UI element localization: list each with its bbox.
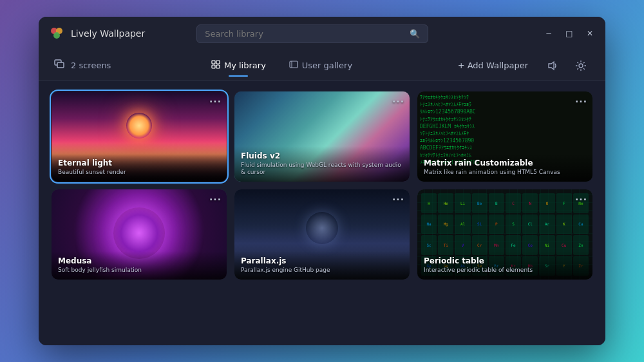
periodic-element: Ca — [573, 214, 589, 234]
title-bar: Lively Wallpaper 🔍 ─ □ ✕ — [39, 17, 605, 50]
wallpaper-grid: Eternal light Beautiful sunset render ··… — [52, 91, 592, 280]
card-title-parallax: Parallax.js — [241, 256, 403, 265]
periodic-element: K — [556, 214, 572, 234]
periodic-element: Cl — [522, 214, 538, 234]
screens-icon — [54, 59, 66, 72]
settings-button[interactable] — [572, 57, 590, 75]
card-desc-periodic: Interactive periodic table of elements — [424, 267, 586, 274]
content-area: Eternal light Beautiful sunset render ··… — [39, 81, 605, 345]
svg-point-2 — [53, 32, 60, 39]
wallpaper-card-eternal-light[interactable]: Eternal light Beautiful sunset render ··… — [52, 91, 227, 182]
wallpaper-card-parallax[interactable]: Parallax.js Parallax.js engine GitHub pa… — [234, 189, 410, 280]
svg-rect-8 — [216, 65, 220, 68]
card-desc-matrix: Matrix like rain animation using HTML5 C… — [424, 169, 586, 176]
search-bar[interactable]: 🔍 — [196, 24, 428, 43]
card-menu-medusa[interactable]: ··· — [209, 195, 222, 205]
periodic-element: B — [489, 193, 504, 213]
sunset-sun — [126, 113, 152, 138]
periodic-element: Li — [455, 193, 470, 213]
svg-rect-6 — [216, 61, 220, 64]
periodic-element: H — [421, 193, 437, 213]
card-desc-eternal-light: Beautiful sunset render — [58, 169, 220, 176]
window-controls: ─ □ ✕ — [544, 30, 595, 37]
card-desc-medusa: Soft body jellyfish simulation — [58, 267, 220, 274]
close-button[interactable]: ✕ — [585, 30, 595, 37]
card-title-eternal-light: Eternal light — [58, 158, 220, 167]
card-info-parallax: Parallax.js Parallax.js engine GitHub pa… — [234, 251, 410, 280]
svg-rect-4 — [57, 62, 64, 68]
card-title-matrix: Matrix rain Customizable — [424, 158, 586, 167]
screens-indicator: 2 screens — [54, 59, 111, 72]
tab-my-library[interactable]: My library — [201, 55, 276, 76]
card-menu-periodic[interactable]: ··· — [575, 195, 587, 205]
card-menu-eternal-light[interactable]: ··· — [209, 97, 222, 107]
card-info-matrix: Matrix rain Customizable Matrix like rai… — [417, 153, 592, 182]
svg-rect-7 — [212, 65, 215, 68]
periodic-element: Si — [472, 214, 488, 234]
volume-button[interactable] — [544, 57, 562, 75]
app-title: Lively Wallpaper — [71, 28, 145, 39]
add-wallpaper-button[interactable]: + Add Wallpaper — [453, 58, 533, 73]
periodic-element: Ar — [539, 214, 554, 234]
card-info-eternal-light: Eternal light Beautiful sunset render — [52, 153, 227, 182]
svg-rect-9 — [290, 61, 298, 68]
card-info-medusa: Medusa Soft body jellyfish simulation — [52, 251, 227, 280]
tab-user-gallery-label: User gallery — [302, 61, 352, 70]
periodic-element: C — [506, 193, 521, 213]
search-input[interactable] — [205, 29, 404, 39]
periodic-element: He — [438, 193, 453, 213]
wallpaper-card-periodic[interactable]: HHeLiBeBCNOFNeNaMgAlSiPSClArKCaScTiVCrMn… — [417, 189, 592, 280]
periodic-element: O — [539, 193, 554, 213]
maximize-button[interactable]: □ — [564, 30, 574, 37]
svg-marker-11 — [549, 62, 554, 70]
my-library-icon — [211, 60, 220, 71]
svg-point-12 — [579, 64, 583, 68]
card-desc-parallax: Parallax.js engine GitHub page — [241, 267, 403, 274]
periodic-element: Mg — [438, 214, 453, 234]
search-icon: 🔍 — [410, 29, 420, 39]
periodic-element: S — [506, 214, 521, 234]
minimize-button[interactable]: ─ — [544, 30, 554, 37]
card-menu-fluids[interactable]: ··· — [392, 97, 404, 107]
tab-my-library-label: My library — [224, 61, 266, 70]
nav-actions: + Add Wallpaper — [453, 57, 590, 75]
screens-label: 2 screens — [71, 61, 111, 70]
periodic-element: F — [556, 193, 572, 213]
card-info-fluids: Fluids v2 Fluid simulation using WebGL r… — [234, 146, 410, 182]
card-menu-parallax[interactable]: ··· — [392, 195, 404, 205]
wallpaper-card-fluids[interactable]: Fluids v2 Fluid simulation using WebGL r… — [234, 91, 410, 182]
periodic-element: P — [489, 214, 504, 234]
wallpaper-card-matrix[interactable]: ｦｱｳｴｵｶｷｸｹｺｻｼｽｾｿﾀﾁﾂﾃﾄﾅﾆﾇﾈﾉﾊﾋﾌﾍﾎﾏﾐﾑﾒﾓﾔﾕﾖﾗﾘ… — [417, 91, 592, 182]
periodic-element: Al — [455, 214, 470, 234]
card-title-periodic: Periodic table — [424, 256, 586, 265]
card-title-medusa: Medusa — [58, 256, 220, 265]
periodic-element: Be — [472, 193, 488, 213]
app-logo-icon — [49, 26, 64, 41]
card-title-fluids: Fluids v2 — [241, 151, 403, 160]
nav-bar: 2 screens My library — [39, 50, 605, 81]
user-gallery-icon — [289, 60, 298, 71]
nav-tabs: My library User gallery — [201, 55, 363, 76]
periodic-element: N — [522, 193, 538, 213]
card-desc-fluids: Fluid simulation using WebGL reacts with… — [241, 162, 403, 176]
card-menu-matrix[interactable]: ··· — [575, 97, 587, 107]
wallpaper-card-medusa[interactable]: Medusa Soft body jellyfish simulation ··… — [52, 189, 227, 280]
tab-user-gallery[interactable]: User gallery — [279, 55, 363, 76]
card-info-periodic: Periodic table Interactive periodic tabl… — [417, 251, 592, 280]
app-window: Lively Wallpaper 🔍 ─ □ ✕ 2 screens — [39, 17, 605, 345]
periodic-element: Na — [421, 214, 437, 234]
svg-rect-5 — [212, 61, 215, 64]
